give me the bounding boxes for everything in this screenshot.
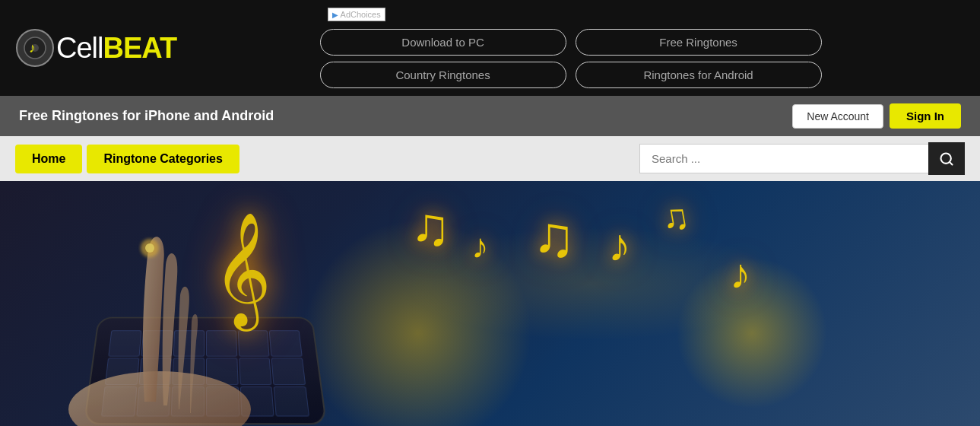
sign-in-button[interactable]: Sign In (890, 103, 961, 129)
ringtone-categories-button[interactable]: Ringtone Categories (87, 145, 239, 173)
ad-choices-label: AdChoices (341, 10, 381, 19)
nav-row-1: Download to PC Free Ringtones (320, 29, 822, 56)
hero-section: 𝄞 ♫ ♪ ♫ ♪ ♫ ♪ (0, 181, 980, 426)
notes-glow (403, 227, 783, 341)
ringtones-for-android-button[interactable]: Ringtones for Android (576, 62, 822, 88)
ad-choices[interactable]: ▶ AdChoices (328, 8, 385, 21)
download-to-pc-button[interactable]: Download to PC (320, 29, 566, 56)
logo-text: CellBEAT (56, 32, 176, 65)
home-button[interactable]: Home (15, 145, 82, 173)
logo[interactable]: ♪ CellBEAT (15, 28, 176, 68)
search-input[interactable] (639, 144, 928, 173)
new-account-button[interactable]: New Account (792, 104, 883, 129)
nav-bar: Home Ringtone Categories (0, 136, 980, 181)
nav-links-area: ▶ AdChoices Download to PC Free Ringtone… (305, 8, 837, 88)
svg-line-5 (950, 161, 953, 164)
country-ringtones-button[interactable]: Country Ringtones (320, 62, 566, 88)
site-tagline: Free Ringtones for iPhone and Android (19, 108, 274, 124)
nav-left: Home Ringtone Categories (15, 145, 239, 173)
search-area (639, 142, 965, 175)
top-bar: ♪ CellBEAT ▶ AdChoices Download to PC Fr… (0, 0, 980, 96)
logo-icon: ♪ (15, 28, 55, 68)
svg-text:♪: ♪ (29, 40, 36, 56)
search-icon (939, 151, 954, 167)
ad-triangle-icon: ▶ (332, 11, 338, 19)
svg-point-6 (68, 371, 251, 426)
search-button[interactable] (928, 142, 965, 175)
svg-point-8 (145, 243, 154, 253)
gray-bar: Free Ringtones for iPhone and Android Ne… (0, 96, 980, 136)
treble-clef-icon: 𝄞 (213, 211, 271, 328)
auth-buttons: New Account Sign In (792, 103, 961, 129)
nav-row-2: Country Ringtones Ringtones for Android (320, 62, 822, 88)
free-ringtones-button[interactable]: Free Ringtones (576, 29, 822, 56)
